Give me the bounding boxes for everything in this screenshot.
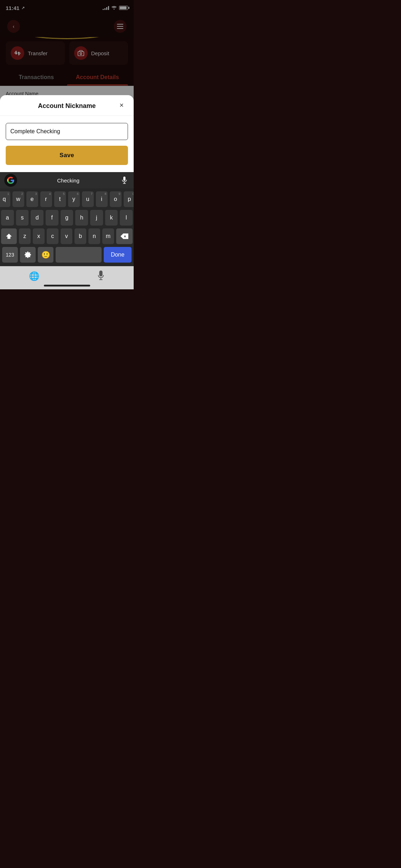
key-l[interactable]: l xyxy=(120,210,133,226)
keyboard-keys: 1q 2w 3e 4r 5t 6y 7u 8i 9o 0p a s d f xyxy=(0,188,134,266)
key-f[interactable]: f xyxy=(46,210,58,226)
shift-icon xyxy=(5,233,12,239)
space-key[interactable] xyxy=(56,247,102,263)
keyboard-bottom-row: 123 🙂 Done xyxy=(1,247,133,265)
svg-rect-3 xyxy=(123,177,125,181)
key-i[interactable]: 8i xyxy=(96,191,108,207)
key-g[interactable]: g xyxy=(61,210,73,226)
nickname-input[interactable] xyxy=(6,123,128,140)
key-q[interactable]: 1q xyxy=(0,191,10,207)
modal-title: Account Nickname xyxy=(38,102,96,110)
modal-body: Save xyxy=(0,116,134,172)
key-s[interactable]: s xyxy=(16,210,29,226)
keyboard-suggestion-bar: Checking xyxy=(0,172,134,188)
numbers-key[interactable]: 123 xyxy=(2,247,18,263)
emoji-key[interactable]: 🙂 xyxy=(38,247,53,263)
key-p[interactable]: 0p xyxy=(124,191,134,207)
backspace-icon xyxy=(120,233,128,239)
modal-header: Account Nickname × xyxy=(0,95,134,116)
numbers-key-label: 123 xyxy=(6,252,14,258)
key-d[interactable]: d xyxy=(31,210,43,226)
home-indicator xyxy=(44,285,90,286)
mic-icon xyxy=(121,176,128,184)
google-icon xyxy=(7,176,15,184)
save-label: Save xyxy=(60,152,74,159)
save-button[interactable]: Save xyxy=(6,146,128,165)
key-b[interactable]: b xyxy=(74,228,86,244)
key-u[interactable]: 7u xyxy=(82,191,94,207)
key-o[interactable]: 9o xyxy=(110,191,122,207)
svg-rect-6 xyxy=(99,270,103,277)
smiley-icon: 🙂 xyxy=(41,250,50,259)
close-icon: × xyxy=(119,101,124,109)
key-w[interactable]: 2w xyxy=(12,191,24,207)
shift-key[interactable] xyxy=(1,228,17,244)
key-e[interactable]: 3e xyxy=(26,191,38,207)
done-key[interactable]: Done xyxy=(104,247,132,263)
key-x[interactable]: x xyxy=(33,228,45,244)
bottom-mic-icon[interactable] xyxy=(97,270,105,282)
keyboard-row-1: 1q 2w 3e 4r 5t 6y 7u 8i 9o 0p xyxy=(1,191,133,207)
settings-key[interactable] xyxy=(20,247,36,263)
key-n[interactable]: n xyxy=(88,228,100,244)
keyboard[interactable]: Checking 1q 2w 3e 4r xyxy=(0,172,134,266)
key-v[interactable]: v xyxy=(61,228,72,244)
key-r[interactable]: 4r xyxy=(40,191,52,207)
key-y[interactable]: 6y xyxy=(68,191,80,207)
done-key-label: Done xyxy=(111,252,124,258)
keyboard-mic-icon[interactable] xyxy=(119,175,129,185)
account-nickname-modal: Account Nickname × Save xyxy=(0,95,134,289)
key-a[interactable]: a xyxy=(1,210,14,226)
key-t[interactable]: 5t xyxy=(54,191,66,207)
key-m[interactable]: m xyxy=(102,228,114,244)
modal-close-button[interactable]: × xyxy=(117,100,127,110)
globe-icon[interactable]: 🌐 xyxy=(29,271,40,281)
key-h[interactable]: h xyxy=(75,210,88,226)
key-c[interactable]: c xyxy=(47,228,58,244)
backspace-key[interactable] xyxy=(116,228,133,244)
google-logo xyxy=(4,174,17,187)
keyboard-row-3: z x c v b n m xyxy=(1,228,133,244)
keyboard-suggestion-text: Checking xyxy=(17,177,119,184)
key-z[interactable]: z xyxy=(19,228,31,244)
gear-icon xyxy=(24,251,31,258)
keyboard-row-2: a s d f g h j k l xyxy=(1,210,133,226)
key-k[interactable]: k xyxy=(105,210,118,226)
key-j[interactable]: j xyxy=(90,210,103,226)
keyboard-bottom-icons: 🌐 xyxy=(0,269,134,283)
